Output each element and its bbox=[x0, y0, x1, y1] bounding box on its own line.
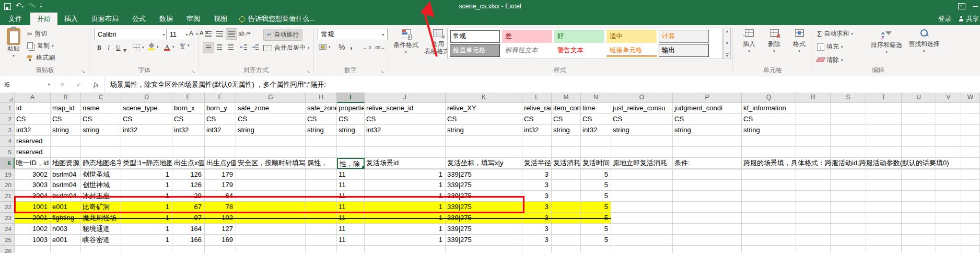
cell-N3[interactable]: int32 bbox=[581, 125, 611, 136]
cell-J5[interactable] bbox=[365, 147, 446, 158]
cell-E4[interactable] bbox=[172, 136, 205, 147]
cell-A3[interactable]: int32 bbox=[15, 125, 51, 136]
tab-视图[interactable]: 视图 bbox=[207, 13, 234, 25]
cell-W4[interactable] bbox=[961, 136, 980, 147]
cell-style-检查单元格[interactable]: 检查单元格 bbox=[450, 44, 500, 57]
cell-I3[interactable]: string bbox=[337, 125, 365, 136]
cell-H3[interactable]: string bbox=[306, 125, 337, 136]
cell-V2[interactable] bbox=[936, 114, 961, 125]
col-header-O[interactable]: O bbox=[611, 93, 673, 103]
cell-I20[interactable]: 11 bbox=[337, 180, 365, 191]
cell-F20[interactable]: 179 bbox=[205, 180, 236, 191]
conditional-formatting-button[interactable]: 条件格式 ▾ bbox=[391, 29, 421, 56]
cell-M3[interactable]: string bbox=[552, 125, 581, 136]
col-header-K[interactable]: K bbox=[446, 93, 522, 103]
cell-U5[interactable] bbox=[902, 147, 936, 158]
cell-S25[interactable] bbox=[831, 235, 866, 246]
cell-D20[interactable]: 1 bbox=[121, 180, 172, 191]
sign-in-button[interactable]: 登录 bbox=[938, 15, 951, 24]
row-header-19[interactable]: 19 bbox=[0, 169, 15, 180]
cell-C24[interactable]: 秘境通道 bbox=[81, 224, 121, 235]
insert-function-button[interactable]: fx bbox=[94, 80, 98, 89]
increase-indent-button[interactable]: ⇥ bbox=[250, 42, 260, 52]
cell-J1[interactable]: relive_scene_id bbox=[365, 103, 446, 114]
increase-decimal-button[interactable]: ←.0 bbox=[363, 45, 371, 50]
paste-button[interactable]: 粘贴 ▾ bbox=[4, 28, 23, 60]
col-header-H[interactable]: H bbox=[306, 93, 337, 103]
col-header-B[interactable]: B bbox=[51, 93, 81, 103]
cell-G6[interactable]: 安全区，按顺时针填写 bbox=[236, 158, 306, 169]
cell-A26[interactable] bbox=[15, 246, 51, 253]
cell-C2[interactable]: CS bbox=[81, 114, 121, 125]
cell-A1[interactable]: id bbox=[15, 103, 51, 114]
cell-J25[interactable]: 1 bbox=[365, 235, 446, 246]
tab-插入[interactable]: 插入 bbox=[57, 13, 85, 25]
cell-T3[interactable] bbox=[866, 125, 902, 136]
grow-font-button[interactable]: A▲ bbox=[189, 30, 199, 37]
align-top-button[interactable] bbox=[203, 28, 213, 39]
comma-button[interactable]: , bbox=[350, 41, 352, 51]
col-header-I[interactable]: I bbox=[337, 93, 365, 103]
cell-E19[interactable]: 126 bbox=[172, 169, 205, 180]
cell-G19[interactable] bbox=[236, 169, 306, 180]
row-header-26[interactable]: 26 bbox=[0, 246, 15, 253]
cell-U1[interactable] bbox=[902, 103, 936, 114]
cell-style-常规[interactable]: 常规 bbox=[450, 30, 500, 43]
cell-L5[interactable] bbox=[522, 147, 552, 158]
cell-C3[interactable]: string bbox=[81, 125, 121, 136]
clear-button[interactable]: 清除▾ bbox=[817, 55, 843, 64]
cell-K2[interactable]: CS bbox=[446, 114, 522, 125]
cell-T20[interactable] bbox=[866, 180, 902, 191]
cell-W1[interactable] bbox=[961, 103, 980, 114]
cell-K3[interactable]: string bbox=[446, 125, 522, 136]
alignment-dialog-launcher[interactable]: ↘ bbox=[306, 69, 311, 74]
cell-S26[interactable] bbox=[831, 246, 866, 253]
col-header-C[interactable]: C bbox=[81, 93, 121, 103]
col-header-D[interactable]: D bbox=[121, 93, 172, 103]
cell-T23[interactable] bbox=[866, 213, 902, 224]
cell-H19[interactable] bbox=[306, 169, 337, 180]
col-header-U[interactable]: U bbox=[902, 93, 936, 103]
cell-N24[interactable]: 5 bbox=[581, 224, 611, 235]
copy-button[interactable]: 复制▾ bbox=[27, 41, 54, 50]
cell-C1[interactable]: name bbox=[81, 103, 121, 114]
cell-F4[interactable] bbox=[205, 136, 236, 147]
cell-U23[interactable] bbox=[902, 213, 936, 224]
cell-Q5[interactable] bbox=[742, 147, 796, 158]
cell-Q23[interactable] bbox=[742, 213, 796, 224]
cell-U3[interactable] bbox=[902, 125, 936, 136]
cell-F3[interactable]: int32 bbox=[205, 125, 236, 136]
cell-U24[interactable] bbox=[902, 224, 936, 235]
cell-Q4[interactable] bbox=[742, 136, 796, 147]
cell-W26[interactable] bbox=[961, 246, 980, 253]
cell-W6[interactable] bbox=[961, 158, 980, 169]
cell-P6[interactable]: 条件: bbox=[673, 158, 742, 169]
col-header-W[interactable]: W bbox=[961, 93, 980, 103]
percent-button[interactable]: % bbox=[339, 43, 345, 51]
cell-L3[interactable]: int32 bbox=[522, 125, 552, 136]
cell-L25[interactable]: 3 bbox=[522, 235, 552, 246]
cell-A6[interactable]: 唯一ID，id bbox=[15, 158, 51, 169]
number-format-combo[interactable]: 常规▼ bbox=[318, 29, 388, 40]
cell-O23[interactable] bbox=[611, 213, 673, 224]
cell-H5[interactable] bbox=[306, 147, 337, 158]
cell-E6[interactable]: 出生点x值 bbox=[172, 158, 205, 169]
cell-S5[interactable] bbox=[831, 147, 866, 158]
tab-数据[interactable]: 数据 bbox=[153, 13, 180, 25]
formula-content[interactable]: 场景属性，除安全区外的场景属性(默认0无属性) ，多个属性间用";"隔开: bbox=[105, 76, 980, 93]
cell-B3[interactable]: string bbox=[51, 125, 81, 136]
cell-P22[interactable] bbox=[673, 202, 742, 213]
cell-U21[interactable] bbox=[902, 191, 936, 202]
row-header-20[interactable]: 20 bbox=[0, 180, 15, 191]
col-header-N[interactable]: N bbox=[581, 93, 611, 103]
cell-M26[interactable] bbox=[552, 246, 581, 253]
cell-G3[interactable]: string bbox=[236, 125, 306, 136]
cell-K20[interactable]: 339|275 bbox=[446, 180, 522, 191]
cell-U25[interactable] bbox=[902, 235, 936, 246]
cell-S19[interactable] bbox=[831, 169, 866, 180]
tab-公式[interactable]: 公式 bbox=[125, 13, 153, 25]
cell-L24[interactable]: 3 bbox=[522, 224, 552, 235]
cell-I5[interactable] bbox=[337, 147, 365, 158]
cell-D26[interactable] bbox=[121, 246, 172, 253]
cell-R1[interactable] bbox=[796, 103, 831, 114]
